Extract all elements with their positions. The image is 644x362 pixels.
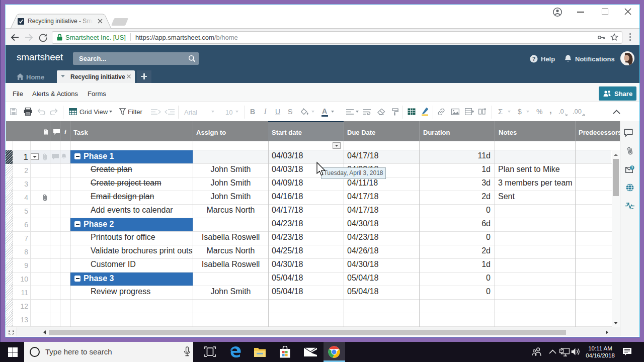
svg-text:?: ? [631,166,633,169]
svg-text:?: ? [532,56,536,62]
